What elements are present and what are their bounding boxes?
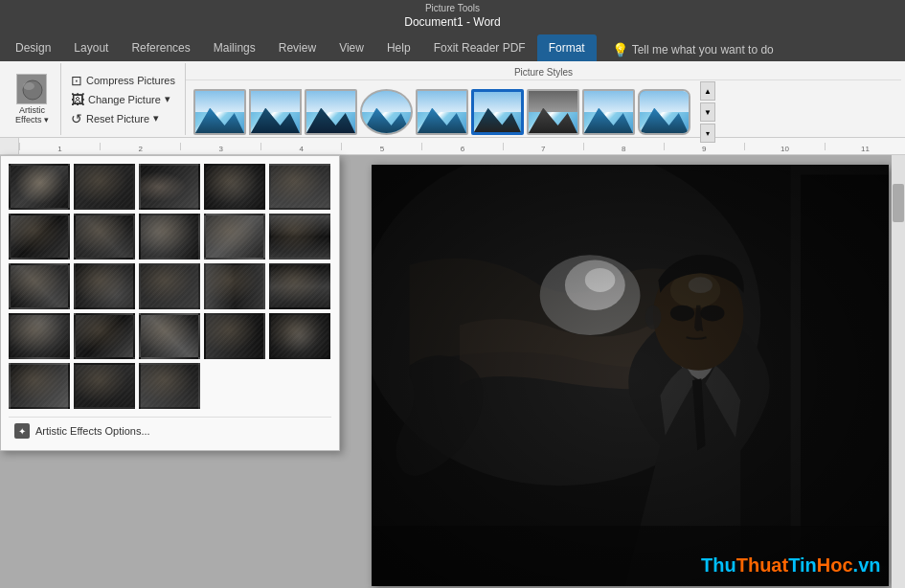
right-panel: ThuThuatTinHoc.vn bbox=[354, 155, 905, 588]
picture-style-6[interactable] bbox=[471, 89, 524, 135]
change-label: Change Picture bbox=[88, 94, 161, 105]
effect-2[interactable] bbox=[74, 164, 135, 210]
reset-picture-button[interactable]: ↺ Reset Picture ▾ bbox=[65, 109, 181, 128]
bulb-icon: 💡 bbox=[612, 42, 628, 57]
scroll-thumb[interactable] bbox=[893, 184, 904, 222]
ruler-mark-7: 7 bbox=[503, 143, 583, 150]
ribbon: ArtisticEffects ▾ ⊡ Compress Pictures 🖼 … bbox=[0, 61, 905, 138]
effect-3[interactable] bbox=[139, 164, 200, 210]
scroll-down-arrow[interactable]: ▼ bbox=[700, 102, 715, 122]
picture-tools-label: Picture Tools bbox=[425, 2, 480, 15]
effect-23[interactable] bbox=[139, 363, 200, 409]
compress-icon: ⊡ bbox=[71, 73, 82, 88]
ruler-mark-9: 9 bbox=[664, 143, 744, 150]
reset-icon: ↺ bbox=[71, 111, 82, 126]
ribbon-tabs: Design Layout References Mailings Review… bbox=[0, 31, 905, 61]
tell-me-label: Tell me what you want to do bbox=[632, 43, 774, 57]
effect-22[interactable] bbox=[74, 363, 135, 409]
ruler-mark-3: 3 bbox=[180, 143, 260, 150]
effect-8[interactable] bbox=[139, 214, 200, 260]
picture-style-3[interactable] bbox=[305, 89, 357, 135]
effect-6[interactable] bbox=[9, 214, 70, 260]
title-bar: Picture Tools Document1 - Word bbox=[0, 0, 905, 31]
change-picture-button[interactable]: 🖼 Change Picture ▾ bbox=[65, 90, 181, 109]
effect-14[interactable] bbox=[204, 263, 265, 309]
tell-me-area[interactable]: 💡 Tell me what you want to do bbox=[604, 38, 781, 61]
effect-1[interactable] bbox=[9, 164, 70, 210]
compress-label: Compress Pictures bbox=[86, 75, 175, 86]
tab-review[interactable]: Review bbox=[267, 34, 328, 61]
effect-21[interactable] bbox=[9, 363, 70, 409]
left-panel: ✦ Artistic Effects Options... bbox=[0, 155, 354, 588]
effect-15[interactable] bbox=[269, 263, 330, 309]
ruler-mark-5: 5 bbox=[341, 143, 421, 150]
effect-11[interactable] bbox=[9, 263, 70, 309]
watermark-thu: Thu bbox=[701, 554, 736, 576]
picture-style-8[interactable] bbox=[582, 89, 635, 135]
picture-style-4[interactable] bbox=[360, 89, 413, 135]
picture-style-1[interactable] bbox=[193, 89, 246, 135]
picture-style-9[interactable] bbox=[638, 89, 690, 135]
document-title: Document1 - Word bbox=[404, 15, 500, 29]
effect-18[interactable] bbox=[139, 313, 200, 359]
svg-rect-18 bbox=[372, 165, 889, 586]
effect-20[interactable] bbox=[269, 313, 330, 359]
picture-style-2[interactable] bbox=[249, 89, 302, 135]
effect-19[interactable] bbox=[204, 313, 265, 359]
artistic-effects-button[interactable]: ArtisticEffects ▾ bbox=[11, 70, 53, 129]
effect-4[interactable] bbox=[204, 164, 265, 210]
tab-help[interactable]: Help bbox=[375, 34, 422, 61]
ribbon-scroll: ▲ ▼ ▾ bbox=[698, 80, 717, 144]
ruler-mark-2: 2 bbox=[100, 143, 180, 150]
picture-style-7[interactable] bbox=[527, 89, 579, 135]
tab-foxit[interactable]: Foxit Reader PDF bbox=[422, 34, 537, 61]
effects-grid bbox=[9, 164, 331, 409]
compress-pictures-button[interactable]: ⊡ Compress Pictures bbox=[65, 71, 181, 90]
artistic-label: ArtisticEffects ▾ bbox=[15, 106, 49, 125]
tab-mailings[interactable]: Mailings bbox=[202, 34, 267, 61]
ruler-mark-6: 6 bbox=[421, 143, 502, 150]
scroll-more-arrow[interactable]: ▾ bbox=[700, 124, 715, 143]
vertical-scrollbar[interactable] bbox=[892, 155, 905, 588]
tab-format[interactable]: Format bbox=[537, 34, 597, 61]
effect-12[interactable] bbox=[74, 263, 135, 309]
reset-dropdown-icon: ▾ bbox=[153, 112, 159, 124]
ruler-mark-10: 10 bbox=[744, 143, 825, 150]
watermark-tin: Tin bbox=[788, 554, 817, 576]
artistic-icon bbox=[16, 74, 47, 104]
effect-5[interactable] bbox=[269, 164, 330, 210]
picture-styles-section: Picture Styles ▲ ▼ ▾ bbox=[186, 63, 901, 135]
title-center: Picture Tools Document1 - Word bbox=[404, 2, 500, 29]
ruler-mark-11: 11 bbox=[825, 143, 905, 150]
styles-label: Picture Styles bbox=[186, 65, 901, 80]
adjust-section: ⊡ Compress Pictures 🖼 Change Picture ▾ ↺… bbox=[61, 63, 186, 135]
effect-17[interactable] bbox=[74, 313, 135, 359]
options-icon: ✦ bbox=[14, 423, 30, 439]
ruler-mark-1: 1 bbox=[19, 143, 100, 150]
main-area: ✦ Artistic Effects Options... bbox=[0, 155, 905, 588]
ruler-mark-4: 4 bbox=[260, 143, 341, 150]
tab-layout[interactable]: Layout bbox=[62, 34, 120, 61]
scroll-up-arrow[interactable]: ▲ bbox=[700, 81, 715, 101]
effect-16[interactable] bbox=[9, 313, 70, 359]
picture-style-5[interactable] bbox=[416, 89, 468, 135]
svg-point-2 bbox=[23, 82, 34, 90]
tab-references[interactable]: References bbox=[120, 34, 201, 61]
change-icon: 🖼 bbox=[71, 92, 84, 107]
effect-9[interactable] bbox=[204, 214, 265, 260]
effect-10[interactable] bbox=[269, 214, 330, 260]
document-page: ThuThuatTinHoc.vn bbox=[372, 165, 889, 586]
artistic-effects-section: ArtisticEffects ▾ bbox=[4, 63, 61, 135]
watermark-vn: .vn bbox=[853, 554, 881, 576]
artistic-effects-options-link[interactable]: ✦ Artistic Effects Options... bbox=[9, 417, 331, 442]
effect-7[interactable] bbox=[74, 214, 135, 260]
watermark: ThuThuatTinHoc.vn bbox=[701, 554, 880, 577]
change-dropdown-icon: ▾ bbox=[165, 93, 170, 105]
artistic-effects-options-label: Artistic Effects Options... bbox=[35, 425, 150, 437]
tab-design[interactable]: Design bbox=[4, 34, 62, 61]
tab-view[interactable]: View bbox=[328, 34, 375, 61]
main-image[interactable]: ThuThuatTinHoc.vn bbox=[372, 165, 889, 586]
ruler-mark-8: 8 bbox=[583, 143, 664, 150]
effect-13[interactable] bbox=[139, 263, 200, 309]
watermark-hoc: Hoc bbox=[817, 554, 853, 576]
